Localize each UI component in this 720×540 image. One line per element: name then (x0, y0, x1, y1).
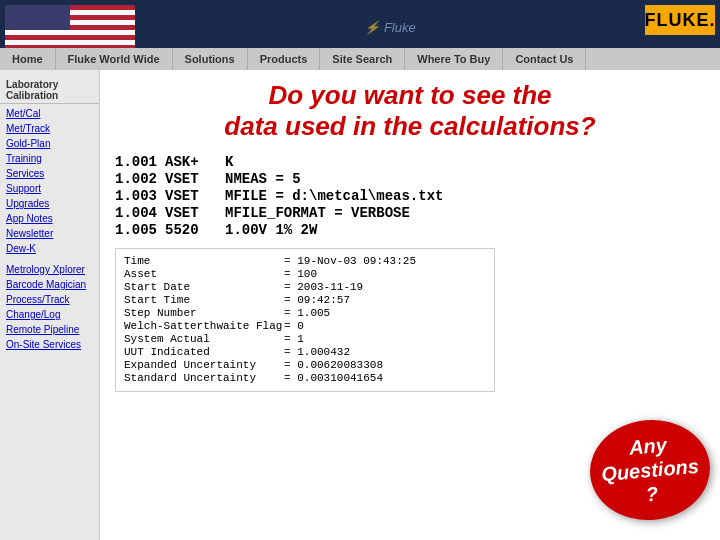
calc-cmd: 5520 (165, 222, 225, 238)
calc-cmd: VSET (165, 188, 225, 204)
detail-label: Start Time (124, 294, 284, 306)
detail-value: = 0.00310041654 (284, 372, 383, 384)
sidebar-item-met/track[interactable]: Met/Track (0, 121, 99, 136)
sidebar: Laboratory Calibration Met/CalMet/TrackG… (0, 70, 100, 540)
detail-row: Expanded Uncertainty= 0.00620083308 (124, 359, 486, 371)
detail-value: = 100 (284, 268, 317, 280)
header-banner: ⚡ Fluke FLUKE. HomeFluke World WideSolut… (0, 0, 720, 70)
calc-val: 1.00V 1% 2W (225, 222, 317, 238)
detail-label: Expanded Uncertainty (124, 359, 284, 371)
nav-item-where-to-buy[interactable]: Where To Buy (405, 48, 503, 70)
details-box: Time= 19-Nov-03 09:43:25Asset= 100Start … (115, 248, 495, 392)
sidebar-item-training[interactable]: Training (0, 151, 99, 166)
calc-num: 1.001 (115, 154, 165, 170)
detail-value: = 1.005 (284, 307, 330, 319)
sidebar-item-services[interactable]: Services (0, 166, 99, 181)
detail-value: = 2003-11-19 (284, 281, 363, 293)
detail-value: = 0.00620083308 (284, 359, 383, 371)
nav-item-products[interactable]: Products (248, 48, 321, 70)
nav-item-home[interactable]: Home (0, 48, 56, 70)
sidebar-item-metrology-xplorer[interactable]: Metrology Xplorer (0, 262, 99, 277)
calc-row: 1.003VSETMFILE = d:\metcal\meas.txt (115, 188, 705, 204)
calc-row: 1.00555201.00V 1% 2W (115, 222, 705, 238)
sidebar-item-app-notes[interactable]: App Notes (0, 211, 99, 226)
sidebar-item-support[interactable]: Support (0, 181, 99, 196)
detail-label: UUT Indicated (124, 346, 284, 358)
page-heading: Do you want to see the data used in the … (115, 80, 705, 142)
detail-label: Start Date (124, 281, 284, 293)
calc-val: MFILE = d:\metcal\meas.txt (225, 188, 443, 204)
detail-label: System Actual (124, 333, 284, 345)
sidebar-item-process/track[interactable]: Process/Track (0, 292, 99, 307)
calc-row: 1.002VSETNMEAS = 5 (115, 171, 705, 187)
nav-bar: HomeFluke World WideSolutionsProductsSit… (0, 48, 720, 70)
calc-num: 1.003 (115, 188, 165, 204)
calc-val: MFILE_FORMAT = VERBOSE (225, 205, 410, 221)
calc-num: 1.002 (115, 171, 165, 187)
content-area: Do you want to see the data used in the … (100, 70, 720, 540)
sidebar-item-remote-pipeline[interactable]: Remote Pipeline (0, 322, 99, 337)
detail-label: Standard Uncertainty (124, 372, 284, 384)
sidebar-group1: Met/CalMet/TrackGold-PlanTrainingService… (0, 106, 99, 256)
detail-row: System Actual= 1 (124, 333, 486, 345)
detail-row: Standard Uncertainty= 0.00310041654 (124, 372, 486, 384)
detail-label: Welch-Satterthwaite Flag (124, 320, 284, 332)
detail-row: Time= 19-Nov-03 09:43:25 (124, 255, 486, 267)
banner-logo: ⚡ Fluke (364, 20, 415, 35)
main-layout: Laboratory Calibration Met/CalMet/TrackG… (0, 70, 720, 540)
sidebar-section-title: Laboratory Calibration (0, 75, 99, 104)
calc-table: 1.001ASK+K1.002VSETNMEAS = 51.003VSETMFI… (115, 154, 705, 238)
sidebar-item-dew-k[interactable]: Dew-K (0, 241, 99, 256)
sidebar-item-met/cal[interactable]: Met/Cal (0, 106, 99, 121)
calc-cmd: VSET (165, 205, 225, 221)
detail-row: Start Time= 09:42:57 (124, 294, 486, 306)
detail-row: Step Number= 1.005 (124, 307, 486, 319)
nav-item-solutions[interactable]: Solutions (173, 48, 248, 70)
detail-value: = 09:42:57 (284, 294, 350, 306)
detail-value: = 1 (284, 333, 304, 345)
nav-item-site-search[interactable]: Site Search (320, 48, 405, 70)
calc-row: 1.001ASK+K (115, 154, 705, 170)
nav-item-fluke-world-wide[interactable]: Fluke World Wide (56, 48, 173, 70)
detail-row: UUT Indicated= 1.000432 (124, 346, 486, 358)
detail-row: Start Date= 2003-11-19 (124, 281, 486, 293)
detail-label: Time (124, 255, 284, 267)
sidebar-group2: Metrology XplorerBarcode MagicianProcess… (0, 262, 99, 352)
calc-cmd: VSET (165, 171, 225, 187)
calc-val: NMEAS = 5 (225, 171, 301, 187)
detail-label: Asset (124, 268, 284, 280)
questions-badge: Any Questions ? (586, 415, 714, 525)
sidebar-item-barcode-magician[interactable]: Barcode Magician (0, 277, 99, 292)
detail-value: = 0 (284, 320, 304, 332)
sidebar-item-change/log[interactable]: Change/Log (0, 307, 99, 322)
calc-row: 1.004VSETMFILE_FORMAT = VERBOSE (115, 205, 705, 221)
sidebar-item-on-site-services[interactable]: On-Site Services (0, 337, 99, 352)
flag-icon (5, 5, 135, 50)
page-header: ⚡ Fluke FLUKE. HomeFluke World WideSolut… (0, 0, 720, 70)
calc-cmd: ASK+ (165, 154, 225, 170)
calc-num: 1.005 (115, 222, 165, 238)
sidebar-item-upgrades[interactable]: Upgrades (0, 196, 99, 211)
sidebar-item-newsletter[interactable]: Newsletter (0, 226, 99, 241)
detail-value: = 1.000432 (284, 346, 350, 358)
detail-row: Asset= 100 (124, 268, 486, 280)
sidebar-item-gold-plan[interactable]: Gold-Plan (0, 136, 99, 151)
calc-num: 1.004 (115, 205, 165, 221)
calc-val: K (225, 154, 233, 170)
detail-value: = 19-Nov-03 09:43:25 (284, 255, 416, 267)
detail-label: Step Number (124, 307, 284, 319)
fluke-logo: FLUKE. (645, 5, 715, 35)
nav-item-contact-us[interactable]: Contact Us (503, 48, 586, 70)
detail-row: Welch-Satterthwaite Flag= 0 (124, 320, 486, 332)
